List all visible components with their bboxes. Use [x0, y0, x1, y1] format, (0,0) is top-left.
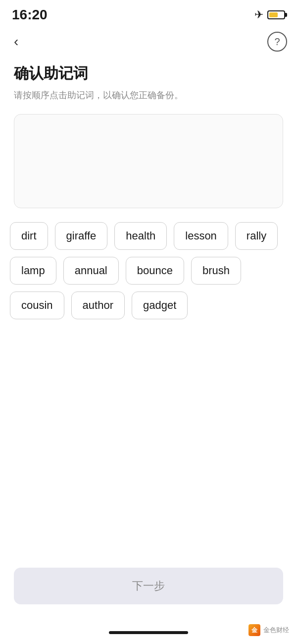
page-subtitle: 请按顺序点击助记词，以确认您正确备份。	[14, 89, 283, 102]
watermark-logo: 金	[248, 624, 260, 636]
word-chip-gadget[interactable]: gadget	[132, 292, 188, 319]
page-content: 确认助记词 请按顺序点击助记词，以确认您正确备份。	[0, 56, 297, 208]
word-chip-lesson[interactable]: lesson	[174, 222, 228, 250]
watermark: 金 金色财经	[248, 624, 289, 636]
status-icons: ✈	[254, 8, 285, 21]
watermark-text: 金色财经	[263, 626, 289, 635]
word-chip-brush[interactable]: brush	[191, 257, 241, 285]
status-time: 16:20	[12, 7, 48, 23]
word-chip-rally[interactable]: rally	[235, 222, 278, 250]
word-chip-annual[interactable]: annual	[63, 257, 119, 285]
word-chip-giraffe[interactable]: giraffe	[55, 222, 108, 250]
word-chip-dirt[interactable]: dirt	[10, 222, 48, 250]
battery-icon	[267, 10, 285, 19]
answer-box	[14, 114, 283, 208]
next-button-container: 下一步	[14, 568, 283, 604]
word-chip-lamp[interactable]: lamp	[10, 257, 56, 285]
airplane-icon: ✈	[254, 8, 263, 21]
battery-fill	[269, 12, 278, 17]
next-button[interactable]: 下一步	[14, 568, 283, 604]
home-indicator	[109, 631, 188, 634]
word-chip-health[interactable]: health	[114, 222, 167, 250]
status-bar: 16:20 ✈	[0, 0, 297, 28]
page-title: 确认助记词	[14, 63, 283, 84]
help-button[interactable]: ?	[267, 32, 287, 52]
word-chip-bounce[interactable]: bounce	[126, 257, 184, 285]
words-container: dirtgiraffehealthlessonrallylampannualbo…	[0, 222, 297, 319]
word-chip-author[interactable]: author	[71, 292, 125, 319]
back-button[interactable]: ‹	[10, 32, 22, 52]
nav-bar: ‹ ?	[0, 28, 297, 56]
word-chip-cousin[interactable]: cousin	[10, 292, 64, 319]
